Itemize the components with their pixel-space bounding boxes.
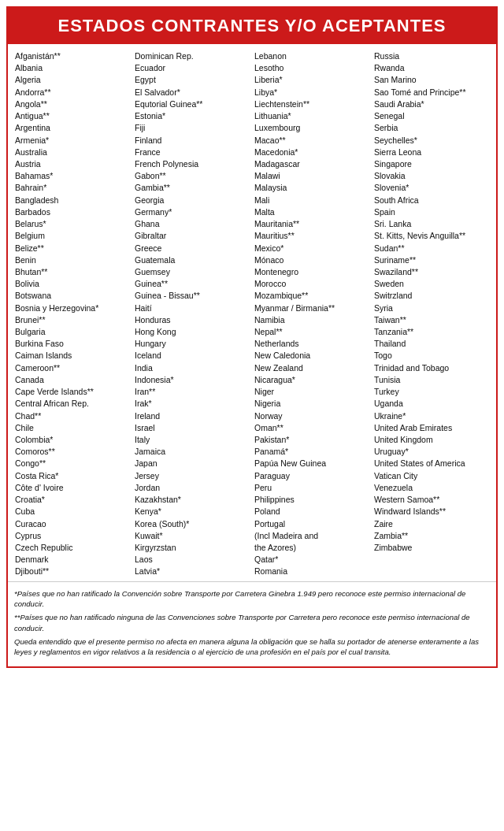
country-item: Costa Rica* [15, 470, 130, 482]
country-item: Benin [15, 254, 130, 266]
country-item: Guatemala [135, 254, 250, 266]
country-item: Turkey [374, 386, 489, 398]
country-item: India [135, 362, 250, 374]
country-item: Australia [15, 147, 130, 158]
country-item: Cameroon** [15, 362, 130, 374]
country-item: Guemsey [135, 266, 250, 278]
footnote-3: Queda entendido que el presente permiso … [14, 636, 490, 658]
country-item: New Caledonia [254, 350, 369, 362]
country-item: Curacao [15, 518, 130, 530]
country-item: Mónaco [254, 254, 369, 266]
country-item: Syria [374, 302, 489, 314]
country-item: Belarus* [15, 218, 130, 230]
country-item: Laos [135, 554, 250, 566]
country-item: Malawi [254, 170, 369, 182]
country-item: Zambia** [374, 530, 489, 542]
country-item: Bolivia [15, 278, 130, 290]
country-item: Uganda [374, 398, 489, 410]
country-item: Myanmar / Birmania** [254, 302, 369, 314]
country-item: Luxembourg [254, 122, 369, 134]
country-item: Sudan** [374, 243, 489, 254]
footnotes-section: *Países que no han ratificado la Convenc… [8, 581, 496, 667]
country-item: Ecuador [135, 62, 250, 74]
country-item: Tanzania** [374, 326, 489, 338]
country-item: Romania [254, 566, 369, 577]
country-item: Jordan [135, 482, 250, 494]
country-item: Denmark [15, 554, 130, 566]
country-item: Germany* [135, 206, 250, 218]
country-item: Canada [15, 374, 130, 386]
country-item: Finland [135, 135, 250, 147]
country-item: Macao** [254, 135, 369, 147]
country-item: Chile [15, 422, 130, 434]
country-item: France [135, 147, 250, 158]
country-item: Singapore [374, 158, 489, 170]
country-item: Belize** [15, 243, 130, 254]
country-item: Slovenia* [374, 182, 489, 194]
country-item: Sao Tomé and Principe** [374, 87, 489, 98]
country-item: Haití [135, 302, 250, 314]
country-item: Ghana [135, 218, 250, 230]
country-item: Senegal [374, 110, 489, 122]
country-item: Fiji [135, 122, 250, 134]
country-item: Taiwan** [374, 314, 489, 326]
country-item: Cyprus [15, 530, 130, 542]
country-item: United Kingdom [374, 434, 489, 446]
country-item: San Marino [374, 74, 489, 86]
country-item: South Africa [374, 195, 489, 206]
country-item: Guinea** [135, 278, 250, 290]
country-item: Bulgaria [15, 326, 130, 338]
country-item: Cape Verde Islands** [15, 386, 130, 398]
country-item: Philippines [254, 494, 369, 506]
country-item: Pakistan* [254, 434, 369, 446]
country-item: Russia [374, 50, 489, 62]
country-item: (Incl Madeira and [254, 530, 369, 542]
country-item: Gabon** [135, 170, 250, 182]
country-item: Venezuela [374, 482, 489, 494]
country-item: Belgium [15, 230, 130, 242]
country-item: Antigua** [15, 110, 130, 122]
country-item: French Polynesia [135, 158, 250, 170]
country-item: Dominican Rep. [135, 50, 250, 62]
country-item: Madagascar [254, 158, 369, 170]
country-item: Argentina [15, 122, 130, 134]
country-item: Chad** [15, 410, 130, 422]
country-item: Barbados [15, 206, 130, 218]
country-item: Sri. Lanka [374, 218, 489, 230]
country-item: Japan [135, 458, 250, 469]
country-item: Hong Kong [135, 326, 250, 338]
country-item: Comoros** [15, 446, 130, 458]
country-item: Vatican City [374, 470, 489, 482]
country-item: Korea (South)* [135, 518, 250, 530]
country-item: Trinidad and Tobago [374, 362, 489, 374]
country-item: Ireland [135, 410, 250, 422]
column-4: RussiaRwandaSan MarinoSao Tomé and Princ… [372, 50, 491, 578]
country-item: Jersey [135, 470, 250, 482]
country-item: Nigeria [254, 398, 369, 410]
country-item: Papúa New Guinea [254, 458, 369, 469]
country-item: Netherlands [254, 338, 369, 350]
country-item: Colombia* [15, 434, 130, 446]
country-item: Irak* [135, 398, 250, 410]
country-item: United States of America [374, 458, 489, 469]
country-item: Uruguay* [374, 446, 489, 458]
country-item: Kenya* [135, 506, 250, 518]
country-item: Slovakia [374, 170, 489, 182]
country-item: Western Samoa** [374, 494, 489, 506]
country-item: Czech Republic [15, 542, 130, 554]
country-item: Armenia* [15, 135, 130, 147]
country-item: Peru [254, 482, 369, 494]
country-item: Burkina Faso [15, 338, 130, 350]
country-item: the Azores) [254, 542, 369, 554]
country-item: Serbia [374, 122, 489, 134]
country-item: Libya* [254, 87, 369, 98]
page-title: ESTADOS CONTRANTES Y/O ACEPTANTES [8, 8, 496, 44]
country-item: Bosnia y Herzegovina* [15, 302, 130, 314]
country-item: Nepal** [254, 326, 369, 338]
country-item: Liechtenstein** [254, 98, 369, 110]
country-item: Egypt [135, 74, 250, 86]
country-item: Afganistán** [15, 50, 130, 62]
country-item: Oman** [254, 422, 369, 434]
country-item: Malaysia [254, 182, 369, 194]
country-item: Gambia** [135, 182, 250, 194]
